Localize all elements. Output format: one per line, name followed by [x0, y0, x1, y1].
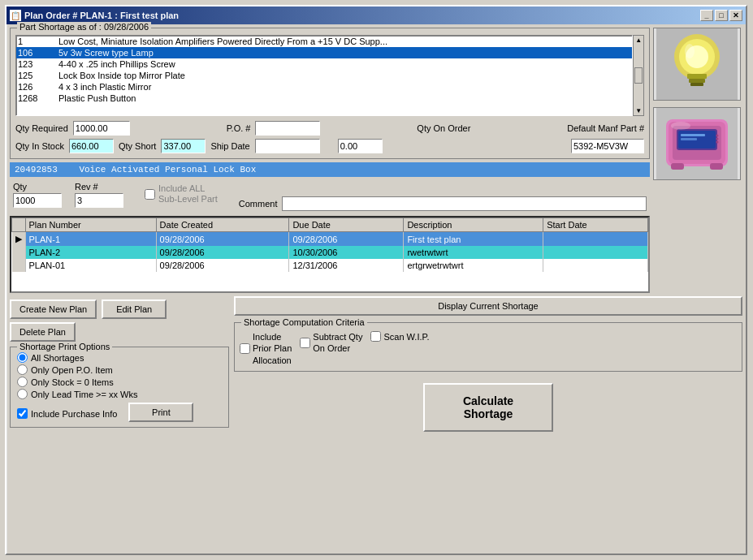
radio-lead-time-label: Only Lead Time >= xx Wks	[31, 390, 137, 399]
list-item[interactable]: 126 4 x 3 inch Plastic Mirror	[16, 81, 632, 93]
row-arrow	[12, 259, 26, 272]
col-plan-number: Plan Number	[25, 218, 156, 232]
print-button[interactable]: Print	[128, 403, 193, 422]
plan-number-cell[interactable]: PLAN-01	[25, 259, 156, 272]
scrollbar-thumb[interactable]	[634, 67, 643, 84]
include-prior-checkbox[interactable]	[240, 343, 250, 354]
table-row[interactable]: PLAN-2 09/28/2006 10/30/2006 rwetrwtwrt	[12, 246, 648, 259]
list-item[interactable]: 1 Low Cost, Miniature Isolation Amplifie…	[16, 36, 632, 47]
delete-plan-button[interactable]: Delete Plan	[10, 322, 76, 342]
detail-description: Voice Activated Personal Lock Box	[79, 165, 256, 174]
include-purchase-checkbox[interactable]	[17, 408, 28, 419]
detail-bar: 20492853 Voice Activated Personal Lock B…	[10, 162, 650, 177]
include-prior-line3: Allocation	[253, 355, 292, 366]
radio-stock-zero-label: Only Stock = 0 Items	[31, 377, 114, 387]
comment-input[interactable]	[282, 196, 647, 211]
list-item[interactable]: 106 5v 3w Screw type Lamp	[16, 47, 632, 58]
part-image-lockbox	[653, 107, 741, 180]
description-cell[interactable]: rwetrwtwrt	[404, 246, 543, 259]
list-item[interactable]: 125 Lock Box Inside top Mirror Plate	[16, 70, 632, 81]
edit-plan-button[interactable]: Edit Plan	[102, 299, 167, 319]
qty-in-stock-label: Qty In Stock	[15, 141, 64, 151]
radio-lead-time[interactable]	[17, 389, 28, 399]
date-created-cell[interactable]: 09/28/2006	[156, 259, 289, 272]
qty-on-order-label: Qty On Order	[417, 123, 470, 133]
qty-order-input[interactable]	[13, 193, 62, 208]
table-row[interactable]: PLAN-01 09/28/2006 12/31/2006 ertgrwetrw…	[12, 259, 648, 272]
rev-input[interactable]	[75, 193, 123, 208]
calculate-shortage-button[interactable]: CalculateShortage	[423, 383, 553, 432]
start-date-cell[interactable]	[543, 259, 648, 272]
radio-all-shortages[interactable]	[17, 352, 28, 363]
col-start-date: Start Date	[543, 218, 648, 232]
display-current-shortage-button[interactable]: Display Current Shortage	[234, 296, 742, 316]
ship-date-input[interactable]	[255, 139, 320, 153]
svg-rect-5	[689, 79, 705, 83]
plan-table[interactable]: Plan Number Date Created Due Date Descri…	[10, 216, 650, 293]
plan-number-cell[interactable]: PLAN-2	[25, 246, 156, 259]
col-due-date: Due Date	[289, 218, 404, 232]
qty-short-input[interactable]	[161, 139, 206, 153]
include-all-checkbox[interactable]	[145, 189, 155, 200]
description-cell[interactable]: First test plan	[404, 232, 543, 247]
qty-required-label: Qty Required	[15, 123, 68, 133]
scrollbar-up-arrow[interactable]: ▲	[635, 37, 642, 44]
due-date-cell[interactable]: 10/30/2006	[289, 246, 404, 259]
svg-point-21	[671, 122, 690, 130]
maximize-button[interactable]: □	[715, 10, 728, 21]
qty-in-stock-input[interactable]	[69, 139, 114, 153]
svg-rect-6	[690, 83, 703, 86]
row-arrow	[12, 246, 26, 259]
list-item[interactable]: 1268 Plastic Push Button	[16, 93, 632, 104]
window-title: Plan Order # PLAN-1 : First test plan	[24, 11, 179, 20]
svg-rect-4	[687, 74, 707, 79]
due-date-cell[interactable]: 12/31/2006	[289, 259, 404, 272]
plan-number-cell[interactable]: PLAN-1	[25, 232, 156, 247]
table-row[interactable]: ▶ PLAN-1 09/28/2006 09/28/2006 First tes…	[12, 232, 648, 247]
minimize-button[interactable]: _	[700, 10, 713, 21]
date-created-cell[interactable]: 09/28/2006	[156, 246, 289, 259]
qty-required-input[interactable]	[73, 121, 130, 136]
scan-wip-checkbox[interactable]	[370, 331, 381, 342]
qty-on-order-input[interactable]	[338, 139, 383, 153]
radio-open-po-label: Only Open P.O. Item	[31, 365, 113, 375]
include-all-label: Include ALL	[158, 183, 218, 194]
subtract-qty-line2: On Order	[313, 342, 362, 354]
due-date-cell[interactable]: 09/28/2006	[289, 232, 404, 247]
parts-list[interactable]: 1 Low Cost, Miniature Isolation Amplifie…	[15, 35, 633, 116]
start-date-cell[interactable]	[543, 246, 648, 259]
svg-point-18	[716, 141, 719, 144]
print-options-group: Shortage Print Options All Shortages Onl…	[10, 347, 229, 428]
svg-point-16	[716, 135, 719, 137]
part-shortage-label: Part Shortage as of : 09/28/2006	[17, 22, 151, 32]
radio-open-po[interactable]	[17, 364, 28, 375]
list-item[interactable]: 123 4-40 x .25 inch Phillips Screw	[16, 58, 632, 70]
subtract-qty-line1: Subtract Qty	[313, 331, 362, 342]
po-input[interactable]	[255, 121, 320, 136]
svg-point-17	[716, 138, 719, 140]
include-prior-line2: Prior Plan	[253, 342, 292, 354]
date-created-cell[interactable]: 09/28/2006	[156, 232, 289, 247]
radio-all-shortages-label: All Shortages	[31, 353, 84, 363]
scrollbar-down-arrow[interactable]: ▼	[635, 107, 642, 114]
radio-stock-zero[interactable]	[17, 377, 28, 387]
ship-date-label: Ship Date	[210, 141, 249, 151]
svg-point-7	[685, 44, 695, 58]
start-date-cell[interactable]	[543, 232, 648, 247]
comment-label: Comment	[239, 199, 278, 209]
qty-short-label: Qty Short	[119, 141, 156, 151]
close-button[interactable]: ✕	[729, 10, 742, 21]
description-cell[interactable]: ertgrwetrwtwrt	[404, 259, 543, 272]
include-prior-line1: Include	[253, 331, 292, 342]
default-manf-input[interactable]	[571, 139, 644, 153]
shortage-criteria-group: Shortage Computation Criteria Include Pr…	[234, 322, 742, 372]
svg-rect-15	[681, 138, 697, 140]
svg-rect-14	[681, 134, 705, 136]
create-new-plan-button[interactable]: Create New Plan	[10, 299, 97, 319]
col-date-created: Date Created	[156, 218, 289, 232]
scan-wip-label: Scan W.I.P.	[383, 332, 429, 342]
row-arrow: ▶	[12, 232, 26, 247]
po-label: P.O. #	[227, 123, 251, 133]
subtract-qty-checkbox[interactable]	[300, 338, 310, 348]
detail-part-number: 20492853	[15, 165, 58, 174]
